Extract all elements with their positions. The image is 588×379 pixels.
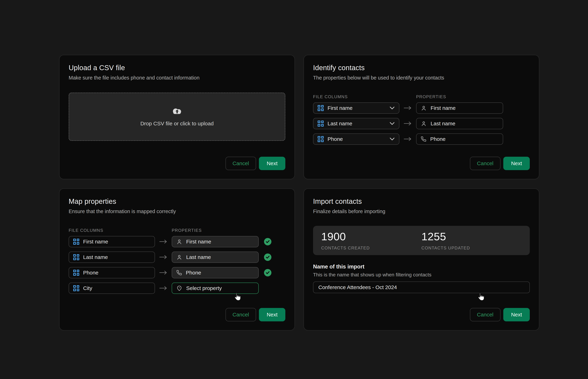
cancel-button[interactable]: Cancel [226, 157, 256, 170]
page-title: Upload a CSV file [69, 63, 285, 72]
panel-map-properties: Map properties Ensure that the informati… [59, 189, 295, 331]
property-label: Last name [186, 254, 211, 260]
mapping-rows: First name First name La [313, 102, 530, 145]
person-icon [176, 239, 182, 245]
next-button[interactable]: Next [503, 157, 530, 170]
file-column-select[interactable]: Phone [313, 133, 399, 145]
grid-icon [318, 105, 324, 111]
page-subtitle: Make sure the file includes phone and co… [69, 75, 285, 81]
next-button[interactable]: Next [503, 308, 530, 321]
check-circle-icon [264, 253, 271, 261]
cancel-button[interactable]: Cancel [470, 157, 501, 170]
panel-upload-csv: Upload a CSV file Make sure the file inc… [59, 55, 295, 179]
file-column-field[interactable]: Phone [69, 267, 155, 278]
property-field[interactable]: First name [172, 236, 259, 247]
file-column-label: First name [83, 239, 108, 245]
property-label: Select property [186, 285, 222, 291]
import-stats: 1900 CONTACTS CREATED 1255 CONTACTS UPDA… [313, 226, 530, 255]
grid-icon [73, 285, 79, 291]
arrow-right-icon [403, 137, 412, 141]
file-column-label: Last name [328, 121, 352, 126]
page-subtitle: Finalize details before importing [313, 208, 530, 215]
grid-icon [73, 254, 79, 260]
person-icon [421, 105, 427, 111]
file-column-label: First name [328, 105, 353, 111]
file-column-field[interactable]: First name [69, 236, 155, 247]
footer-actions: Cancel Next [313, 308, 530, 321]
cancel-button[interactable]: Cancel [226, 308, 256, 321]
grid-icon [318, 136, 324, 142]
property-field[interactable]: Phone [172, 267, 259, 278]
file-column-label: Last name [83, 254, 108, 260]
import-wizard-screens: Upload a CSV file Make sure the file inc… [0, 0, 588, 379]
page-title: Identify contacts [313, 63, 530, 72]
select-property-field[interactable]: Select property [172, 283, 259, 294]
properties-header: PROPERTIES [416, 94, 446, 99]
footer-actions: Cancel Next [313, 157, 530, 170]
arrow-right-icon [159, 286, 168, 290]
footer-actions: Cancel Next [69, 157, 285, 170]
file-column-select[interactable]: Last name [313, 118, 399, 129]
property-field[interactable]: Last name [172, 252, 259, 263]
file-column-label: Phone [328, 136, 343, 142]
panel-import-contacts: Import contacts Finalize details before … [303, 189, 539, 331]
map-pin-icon [176, 285, 182, 291]
csv-dropzone[interactable]: Drop CSV file or click to upload [69, 93, 285, 141]
footer-actions: Cancel Next [69, 308, 285, 321]
panel-identify-contacts: Identify contacts The properties below w… [303, 55, 539, 179]
cancel-button[interactable]: Cancel [470, 308, 501, 321]
arrow-right-icon [159, 239, 168, 244]
property-field[interactable]: Last name [416, 118, 503, 129]
property-label: Phone [186, 270, 201, 276]
stat-value: 1255 [421, 230, 522, 243]
arrow-right-icon [159, 270, 168, 275]
file-column-label: City [83, 285, 92, 291]
cards-grid: Upload a CSV file Make sure the file inc… [59, 55, 539, 331]
page-subtitle: Ensure that the information is mapped co… [69, 208, 285, 215]
phone-icon [176, 270, 182, 276]
stat-label: CONTACTS UPDATED [421, 246, 522, 251]
mapping-rows: First name First name Last nam [69, 236, 285, 294]
property-label: First name [186, 239, 211, 245]
file-column-select[interactable]: First name [313, 102, 399, 114]
property-label: First name [431, 105, 456, 111]
page-subtitle: The properties below will be used to ide… [313, 75, 530, 81]
stat-value: 1900 [321, 230, 421, 243]
page-title: Import contacts [313, 197, 530, 206]
check-circle-icon [264, 238, 271, 245]
property-field[interactable]: Phone [416, 133, 503, 145]
arrow-right-icon [403, 106, 412, 110]
import-name-input[interactable] [313, 282, 530, 293]
import-name-label: Name of this import [313, 264, 530, 270]
chevron-down-icon [389, 122, 395, 125]
property-label: Phone [430, 136, 446, 142]
grid-icon [73, 239, 79, 245]
chevron-down-icon [389, 106, 395, 110]
arrow-right-icon [403, 121, 412, 126]
next-button[interactable]: Next [259, 157, 285, 170]
file-columns-header: FILE COLUMNS [69, 228, 172, 233]
property-label: Last name [431, 121, 455, 126]
next-button[interactable]: Next [259, 308, 285, 321]
file-column-field[interactable]: Last name [69, 252, 155, 263]
dropzone-label: Drop CSV file or click to upload [140, 121, 214, 126]
check-circle-icon [264, 269, 271, 276]
chevron-down-icon [389, 137, 395, 141]
page-title: Map properties [69, 197, 285, 206]
properties-header: PROPERTIES [172, 228, 202, 233]
column-headers: FILE COLUMNS PROPERTIES [69, 228, 285, 233]
column-headers: FILE COLUMNS PROPERTIES [313, 94, 530, 99]
grid-icon [73, 270, 79, 276]
grid-icon [318, 121, 324, 126]
stat-contacts-created: 1900 CONTACTS CREATED [321, 230, 421, 251]
file-columns-header: FILE COLUMNS [313, 94, 416, 99]
file-column-label: Phone [83, 270, 99, 276]
import-name-help: This is the name that shows up when filt… [313, 272, 530, 278]
file-column-field[interactable]: City [69, 283, 155, 294]
phone-icon [421, 136, 426, 142]
arrow-right-icon [159, 255, 168, 259]
property-field[interactable]: First name [416, 102, 503, 114]
stat-label: CONTACTS CREATED [321, 246, 421, 251]
cloud-upload-icon [171, 107, 183, 116]
person-icon [176, 254, 182, 260]
